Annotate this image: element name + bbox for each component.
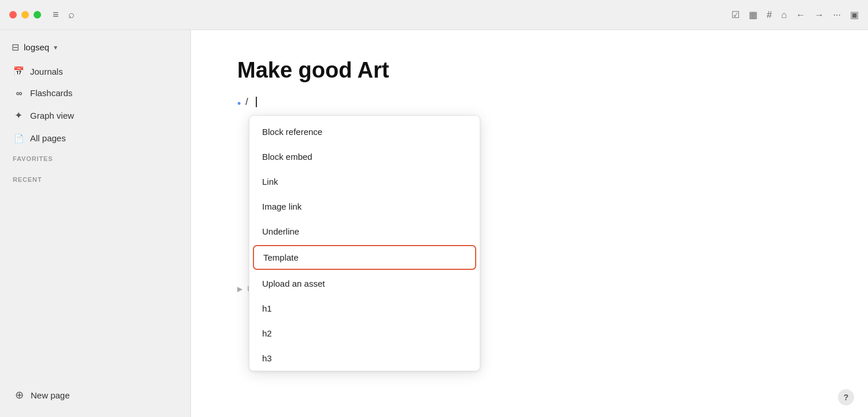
- titlebar: ≡ ⌕ ☑ ▦ # ⌂ ← → ··· ▣: [0, 0, 868, 30]
- all-pages-icon: 📄: [13, 134, 24, 143]
- sidebar-item-flashcards-label: Flashcards: [30, 88, 72, 98]
- traffic-light-yellow[interactable]: [21, 11, 29, 19]
- dropdown-item-link[interactable]: Link: [249, 169, 480, 194]
- workspace-caret-icon: ▾: [54, 43, 57, 52]
- editor-bullet: •: [237, 98, 241, 110]
- editor-cursor-text[interactable]: /: [245, 97, 257, 107]
- search-icon[interactable]: ⌕: [66, 6, 77, 23]
- help-button[interactable]: ?: [838, 389, 854, 405]
- dropdown-item-underline[interactable]: Underline: [249, 219, 480, 244]
- editor-area: • / Block reference Block embed Link: [237, 97, 822, 294]
- dropdown-item-image-link[interactable]: Image link: [249, 194, 480, 219]
- editor-line: • /: [237, 97, 822, 110]
- forward-icon[interactable]: →: [815, 10, 824, 20]
- database-icon: ⊟: [12, 42, 19, 53]
- home-icon[interactable]: ⌂: [781, 10, 787, 20]
- sidebar-item-journals-label: Journals: [30, 67, 63, 76]
- sidebar-item-journals[interactable]: 📅 Journals: [6, 61, 185, 82]
- dropdown-item-h1[interactable]: h1: [249, 296, 480, 321]
- sidebar: ⊟ logseq ▾ 📅 Journals ∞ Flashcards ✦ Gra…: [0, 30, 191, 417]
- sidebar-item-graph-view[interactable]: ✦ Graph view: [6, 104, 185, 127]
- back-icon[interactable]: ←: [796, 10, 806, 20]
- content-area: Make good Art • / Block reference Block …: [191, 30, 868, 417]
- workspace-name: logseq: [24, 42, 49, 52]
- journals-icon: 📅: [13, 66, 24, 76]
- task-icon[interactable]: ☑: [731, 9, 740, 20]
- page-title: Make good Art: [237, 58, 822, 83]
- hash-icon[interactable]: #: [767, 10, 772, 20]
- recent-section-label: RECENT: [0, 169, 190, 185]
- sidebar-item-flashcards[interactable]: ∞ Flashcards: [6, 83, 185, 103]
- dropdown-item-block-embed[interactable]: Block embed: [249, 144, 480, 169]
- sidebar-toggle-icon[interactable]: ▣: [850, 9, 859, 20]
- dropdown-item-block-reference[interactable]: Block reference: [249, 119, 480, 144]
- traffic-lights: [9, 11, 41, 19]
- app-body: ⊟ logseq ▾ 📅 Journals ∞ Flashcards ✦ Gra…: [0, 30, 868, 417]
- favorites-section-label: FAVORITES: [0, 148, 190, 164]
- slash-command-dropdown: Block reference Block embed Link Image l…: [249, 115, 480, 371]
- graph-view-icon: ✦: [13, 109, 24, 122]
- flashcards-icon: ∞: [13, 88, 24, 98]
- dropdown-item-upload-asset[interactable]: Upload an asset: [249, 271, 480, 296]
- traffic-light-green[interactable]: [34, 11, 41, 19]
- sidebar-item-all-pages-label: All pages: [30, 133, 66, 143]
- sidebar-item-graph-view-label: Graph view: [30, 111, 74, 120]
- more-icon[interactable]: ···: [833, 10, 841, 20]
- dropdown-list: Block reference Block embed Link Image l…: [249, 116, 480, 371]
- sidebar-spacer: [0, 185, 190, 378]
- titlebar-right: ☑ ▦ # ⌂ ← → ··· ▣: [731, 9, 859, 20]
- new-page-icon: ⊕: [13, 389, 25, 401]
- menu-icon[interactable]: ≡: [50, 6, 61, 23]
- new-page-label: New page: [31, 390, 70, 400]
- dropdown-item-h2[interactable]: h2: [249, 321, 480, 346]
- titlebar-left: ≡ ⌕: [9, 6, 77, 23]
- workspace-switcher[interactable]: ⊟ logseq ▾: [0, 37, 190, 61]
- sidebar-nav: 📅 Journals ∞ Flashcards ✦ Graph view 📄 A…: [0, 61, 190, 148]
- traffic-light-red[interactable]: [9, 11, 17, 19]
- new-page-button[interactable]: ⊕ New page: [6, 382, 185, 408]
- calendar-icon[interactable]: ▦: [749, 9, 757, 20]
- dropdown-item-template[interactable]: Template: [253, 245, 476, 270]
- dropdown-item-h3[interactable]: h3: [249, 346, 480, 371]
- unlinked-caret-icon[interactable]: ▶: [237, 285, 242, 293]
- sidebar-item-all-pages[interactable]: 📄 All pages: [6, 128, 185, 148]
